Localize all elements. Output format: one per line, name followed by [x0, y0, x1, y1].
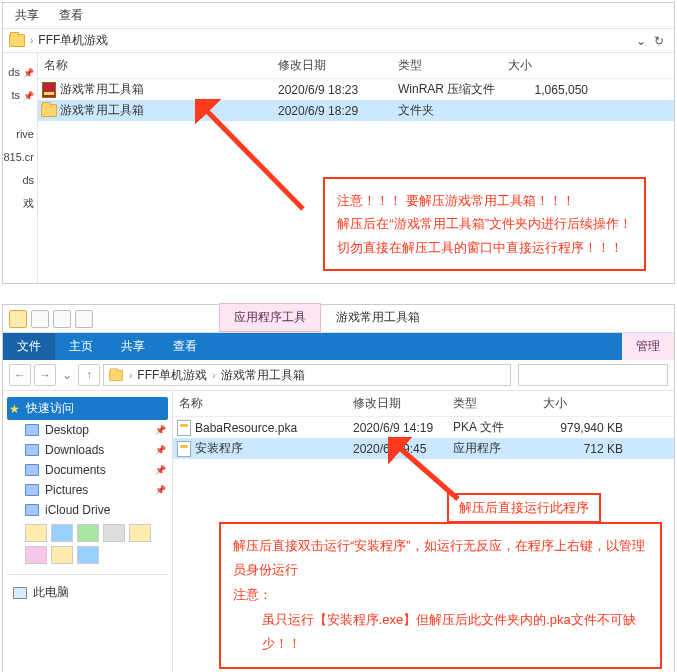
- refresh-icon[interactable]: ↻: [650, 34, 668, 48]
- folder-thumb[interactable]: [25, 524, 47, 542]
- file-name: BabaResource.pka: [195, 421, 353, 435]
- history-dropdown[interactable]: ⌄: [59, 364, 75, 386]
- folder-icon: [9, 34, 25, 47]
- sidebar-item[interactable]: rive: [3, 123, 37, 146]
- qa-dropdown[interactable]: [75, 310, 93, 328]
- tab-share[interactable]: 共享: [107, 333, 159, 360]
- folder-thumb[interactable]: [103, 524, 125, 542]
- folder-thumb[interactable]: [25, 546, 47, 564]
- sidebar-item[interactable]: 815.cr: [3, 146, 37, 169]
- quick-access-toolbar: [3, 306, 99, 332]
- sidebar-item[interactable]: ds: [3, 169, 37, 192]
- col-date[interactable]: 修改日期: [353, 395, 453, 412]
- file-type: 文件夹: [398, 102, 508, 119]
- qa-button[interactable]: [53, 310, 71, 328]
- pin-icon: 📌: [155, 485, 166, 495]
- address-bar[interactable]: › FFF单机游戏 › 游戏常用工具箱: [103, 364, 511, 386]
- dropdown-icon[interactable]: ⌄: [632, 34, 650, 48]
- tab-file[interactable]: 文件: [3, 333, 55, 360]
- sidebar-item[interactable]: ts 📌: [3, 84, 37, 107]
- tree-recent-folders: [7, 520, 168, 568]
- tab-view[interactable]: 查看: [159, 333, 211, 360]
- file-date: 2020/6/9 14:19: [353, 421, 453, 435]
- file-row[interactable]: BabaResource.pka 2020/6/9 14:19 PKA 文件 9…: [173, 417, 674, 438]
- window-title: 游戏常用工具箱: [321, 303, 435, 332]
- tree-item-desktop[interactable]: Desktop📌: [7, 420, 168, 440]
- tree-item-documents[interactable]: Documents📌: [7, 460, 168, 480]
- annotation-box: 注意！！！ 要解压游戏常用工具箱！！！ 解压后在“游戏常用工具箱”文件夹内进行后…: [323, 177, 646, 271]
- forward-button[interactable]: →: [34, 364, 56, 386]
- folder-thumb[interactable]: [51, 546, 73, 564]
- tree-item-downloads[interactable]: Downloads📌: [7, 440, 168, 460]
- nav-tree: ★ 快速访问 Desktop📌 Downloads📌 Documents📌 Pi…: [3, 391, 173, 672]
- annotation-line: 解压后在“游戏常用工具箱”文件夹内进行后续操作！: [337, 212, 632, 235]
- file-name: 游戏常用工具箱: [60, 102, 278, 119]
- tree-item-icloud[interactable]: iCloud Drive: [7, 500, 168, 520]
- file-row[interactable]: 游戏常用工具箱 2020/6/9 18:23 WinRAR 压缩文件 1,065…: [38, 79, 674, 100]
- contextual-tab[interactable]: 应用程序工具: [219, 303, 321, 332]
- file-list: 名称 修改日期 类型 大小 BabaResource.pka 2020/6/9 …: [173, 391, 674, 672]
- file-date: 2020/6/8 9:45: [353, 442, 453, 456]
- annotation-line: 解压后直接双击运行“安装程序”，如运行无反应，在程序上右键，以管理员身份运行: [233, 534, 648, 583]
- sidebar-snippet: ds 📌 ts 📌 rive 815.cr ds 戏: [3, 53, 38, 283]
- sidebar-item[interactable]: 戏: [3, 192, 37, 215]
- breadcrumb[interactable]: FFF单机游戏: [38, 32, 108, 49]
- qa-button[interactable]: [31, 310, 49, 328]
- folder-thumb[interactable]: [51, 524, 73, 542]
- annotation-line: 注意：: [233, 583, 648, 608]
- folder-thumb[interactable]: [129, 524, 151, 542]
- col-size[interactable]: 大小: [508, 57, 608, 74]
- explorer-window-1: 共享 查看 › FFF单机游戏 ⌄ ↻ ds 📌 ts 📌 rive 815.c…: [2, 2, 675, 284]
- file-name: 安装程序: [195, 440, 353, 457]
- tree-quick-access[interactable]: ★ 快速访问: [7, 397, 168, 420]
- col-type[interactable]: 类型: [453, 395, 543, 412]
- col-date[interactable]: 修改日期: [278, 57, 398, 74]
- sidebar-item[interactable]: ds 📌: [3, 61, 37, 84]
- folder-icon: [109, 369, 123, 380]
- file-size: 712 KB: [543, 442, 643, 456]
- chevron-right-icon: ›: [212, 370, 215, 381]
- file-type: PKA 文件: [453, 419, 543, 436]
- pin-icon: 📌: [155, 465, 166, 475]
- tab-manage[interactable]: 管理: [622, 333, 674, 360]
- folder-thumb[interactable]: [77, 524, 99, 542]
- breadcrumb[interactable]: 游戏常用工具箱: [221, 367, 305, 384]
- ribbon-tabs: 文件 主页 共享 查看 管理: [3, 333, 674, 360]
- qa-folder-icon[interactable]: [9, 310, 27, 328]
- desktop-icon: [25, 424, 39, 436]
- tree-item-pictures[interactable]: Pictures📌: [7, 480, 168, 500]
- file-row-selected[interactable]: 游戏常用工具箱 2020/6/9 18:29 文件夹: [38, 100, 674, 121]
- col-type[interactable]: 类型: [398, 57, 508, 74]
- up-button[interactable]: ↑: [78, 364, 100, 386]
- file-size: 1,065,050: [508, 83, 608, 97]
- file-icon: [177, 420, 191, 436]
- column-headers[interactable]: 名称 修改日期 类型 大小: [173, 391, 674, 417]
- pin-icon: 📌: [23, 68, 34, 78]
- search-input[interactable]: [518, 364, 668, 386]
- col-name[interactable]: 名称: [38, 57, 278, 74]
- column-headers[interactable]: 名称 修改日期 类型 大小: [38, 53, 674, 79]
- back-button[interactable]: ←: [9, 364, 31, 386]
- annotation-line: 注意！！！ 要解压游戏常用工具箱！！！: [337, 189, 632, 212]
- file-date: 2020/6/9 18:23: [278, 83, 398, 97]
- toolbar: 共享 查看: [3, 3, 674, 29]
- tab-home[interactable]: 主页: [55, 333, 107, 360]
- star-icon: ★: [9, 402, 20, 416]
- breadcrumb[interactable]: FFF单机游戏: [137, 367, 207, 384]
- tree-item-this-pc[interactable]: 此电脑: [7, 581, 168, 604]
- col-size[interactable]: 大小: [543, 395, 643, 412]
- file-size: 979,940 KB: [543, 421, 643, 435]
- tree-label: 快速访问: [26, 400, 74, 417]
- tab-share[interactable]: 共享: [15, 7, 39, 24]
- folder-thumb[interactable]: [77, 546, 99, 564]
- exe-icon: [177, 441, 191, 457]
- file-row-selected[interactable]: 安装程序 2020/6/8 9:45 应用程序 712 KB: [173, 438, 674, 459]
- tree-label: 此电脑: [33, 584, 69, 601]
- rar-icon: [42, 82, 56, 98]
- file-type: WinRAR 压缩文件: [398, 81, 508, 98]
- address-bar[interactable]: › FFF单机游戏 ⌄ ↻: [3, 29, 674, 53]
- col-name[interactable]: 名称: [173, 395, 353, 412]
- tab-view[interactable]: 查看: [59, 7, 83, 24]
- annotation-box-small: 解压后直接运行此程序: [447, 493, 601, 523]
- navigation-bar: ← → ⌄ ↑ › FFF单机游戏 › 游戏常用工具箱: [3, 360, 674, 391]
